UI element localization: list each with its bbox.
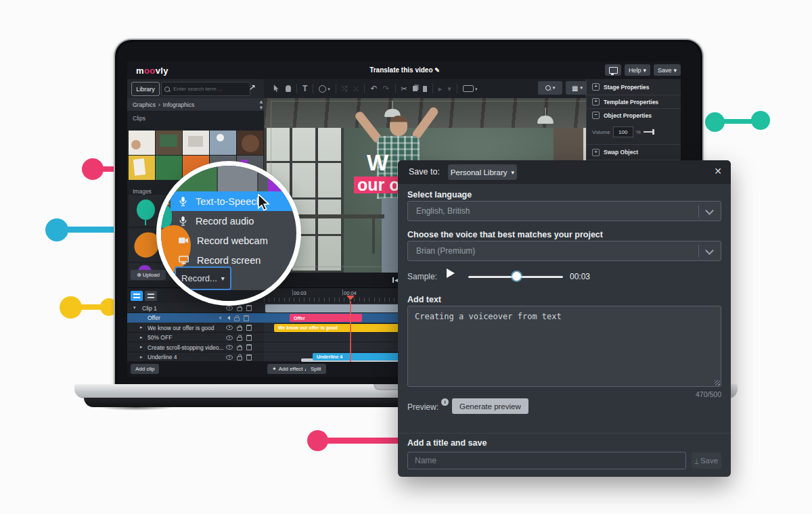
redo-icon[interactable]: ↷	[383, 85, 390, 93]
effect-wand-icon: ✦	[272, 366, 277, 372]
preview-monitor-button[interactable]	[605, 64, 621, 76]
lock-icon[interactable]	[237, 327, 242, 331]
clip-bar-offer[interactable]: Offer	[290, 314, 362, 322]
trash-icon[interactable]	[244, 315, 249, 321]
voice-select[interactable]: Brian (Premium)	[407, 241, 721, 261]
zoom-menu-button[interactable]: ▾	[538, 81, 562, 95]
voiceover-text-input[interactable]: Creating a voiceover from text	[407, 306, 721, 387]
resize-grip-icon[interactable]	[715, 380, 720, 386]
project-title: Translate this video ✎	[327, 66, 482, 74]
volume-slider-icon[interactable]	[644, 131, 654, 133]
caret-right-icon[interactable]: ▸	[140, 344, 143, 350]
download-icon: ↓	[695, 457, 698, 464]
stage-properties-row[interactable]: +Stage Properties	[587, 79, 681, 95]
sort-toggle-icon[interactable]: ▲▼	[258, 99, 264, 111]
chevron-down-icon	[705, 246, 714, 255]
chevron-down-icon: ▾	[673, 67, 677, 74]
swap-object-row[interactable]: +Swap Object	[587, 145, 681, 160]
chevron-down-icon: ▾	[643, 67, 646, 74]
send-layer-icon[interactable]: ▸	[438, 85, 443, 93]
edit-title-icon[interactable]: ✎	[434, 67, 440, 74]
align-horizontal-icon[interactable]: ⤭	[342, 85, 348, 93]
chevron-down-icon: ▾	[221, 275, 225, 282]
breadcrumb[interactable]: Graphics›Infographics ▲▼	[127, 98, 269, 112]
save-menu-button[interactable]: Save▾	[654, 64, 681, 76]
clip-thumbnail[interactable]	[156, 156, 182, 180]
sample-progress-thumb[interactable]	[512, 272, 521, 281]
visibility-icon[interactable]	[226, 335, 233, 340]
caret-right-icon[interactable]: ▸	[140, 335, 143, 340]
menu-item-record-webcam[interactable]: Record webcam	[171, 231, 301, 250]
add-effect-button[interactable]: ✦Add effect▴	[267, 364, 312, 374]
caret-right-icon[interactable]: ▸	[140, 325, 143, 330]
undo-icon[interactable]: ↶	[370, 85, 377, 93]
speaker-icon[interactable]	[225, 316, 230, 320]
clip-thumbnail[interactable]	[156, 131, 182, 155]
audio-fade-icon[interactable]	[217, 316, 221, 320]
close-icon[interactable]: ✕	[714, 166, 722, 177]
timeline-compact-view-button[interactable]	[145, 291, 157, 301]
trash-icon[interactable]	[246, 344, 252, 350]
trash-icon[interactable]	[246, 325, 252, 331]
search-input[interactable]	[172, 85, 247, 93]
visibility-icon[interactable]	[226, 325, 233, 330]
trash-icon[interactable]	[246, 305, 252, 311]
text-tool-icon[interactable]: T	[302, 85, 307, 93]
pan-hand-icon[interactable]	[286, 85, 291, 92]
volume-control-row: Volume %	[587, 122, 681, 141]
help-button[interactable]: Help▾	[625, 64, 650, 76]
lock-icon[interactable]	[237, 346, 242, 350]
trash-icon[interactable]	[246, 335, 252, 341]
visibility-icon[interactable]	[226, 306, 233, 310]
expand-plus-icon: +	[592, 83, 600, 91]
visibility-icon[interactable]	[226, 355, 233, 360]
clip-thumbnail[interactable]	[183, 131, 209, 155]
select-cursor-icon[interactable]	[273, 85, 280, 93]
info-icon: i	[441, 398, 449, 406]
lock-icon[interactable]	[237, 307, 242, 311]
paste-icon[interactable]	[423, 86, 427, 92]
object-properties-row[interactable]: −Object Properties	[587, 109, 681, 122]
record-dropdown-button[interactable]: Record...▾	[175, 266, 231, 290]
cut-icon[interactable]: ✂	[401, 85, 407, 93]
lock-icon[interactable]	[237, 356, 242, 360]
clip-thumbnail[interactable]	[237, 131, 263, 155]
caret-down-icon[interactable]: ▾	[133, 305, 136, 310]
template-properties-row[interactable]: +Template Properties	[587, 95, 681, 109]
plus-circle-icon: ⊕	[137, 272, 141, 278]
upload-button[interactable]: ⊕Upload	[131, 270, 166, 280]
clip-thumbnail[interactable]	[129, 131, 155, 155]
marketing-canvas: moovly Translate this video ✎ Help▾ Save…	[0, 0, 812, 514]
library-search[interactable]	[161, 82, 250, 96]
copy-icon[interactable]	[413, 86, 418, 91]
expand-panel-icon[interactable]: ↗	[249, 83, 256, 92]
add-clip-button[interactable]: Add clip	[131, 364, 159, 374]
timeline-list-view-button[interactable]	[131, 291, 143, 301]
menu-item-record-audio[interactable]: Record audio	[171, 211, 301, 231]
split-button[interactable]: Split	[306, 364, 326, 374]
play-icon[interactable]	[447, 268, 459, 278]
grid-view-button[interactable]: ▦▾	[566, 81, 589, 95]
lock-icon[interactable]	[234, 317, 240, 321]
volume-input[interactable]	[613, 126, 633, 137]
voice-label: Choose the voice that best matches your …	[407, 230, 603, 239]
library-tab[interactable]: Library	[131, 82, 160, 96]
personal-library-dropdown[interactable]: Personal Library▾	[448, 164, 517, 180]
volume-label: Volume	[592, 129, 610, 135]
lock-icon[interactable]	[237, 337, 242, 341]
visibility-icon[interactable]	[226, 345, 233, 350]
dialog-save-button[interactable]: ↓Save	[692, 452, 721, 469]
align-vertical-icon[interactable]: ⤬	[353, 85, 359, 93]
trash-icon[interactable]	[246, 354, 252, 360]
caret-right-icon[interactable]: ▸	[140, 354, 143, 360]
subtitle-strip-icon[interactable]: ▾	[463, 85, 478, 92]
title-name-input[interactable]	[407, 452, 686, 469]
shape-tool-icon[interactable]: ▾	[319, 85, 330, 93]
generate-preview-button[interactable]: Generate preview	[452, 398, 528, 414]
menu-item-text-to-speech[interactable]: Text-to-Speech	[171, 191, 301, 211]
screen-icon	[179, 256, 189, 264]
clip-thumbnail[interactable]	[210, 131, 236, 155]
clip-thumbnail[interactable]	[129, 156, 155, 180]
language-select[interactable]: English, British	[407, 201, 721, 221]
layer-order-icon[interactable]: ▾	[447, 85, 451, 93]
